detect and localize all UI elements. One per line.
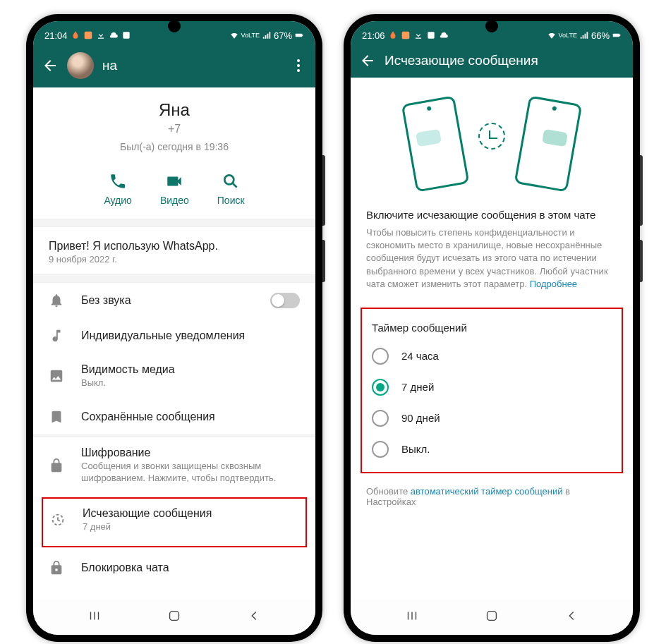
highlight-disappear: Исчезающие сообщения 7 дней xyxy=(42,497,307,547)
audio-label: Аудио xyxy=(104,195,132,206)
radio-off[interactable]: Выкл. xyxy=(362,434,622,465)
chat-header: на xyxy=(33,47,315,87)
learn-more-link[interactable]: Подробнее xyxy=(530,279,577,289)
media-sub: Выкл. xyxy=(81,377,300,389)
video-label: Видео xyxy=(160,195,189,206)
recent-apps-button[interactable] xyxy=(404,608,420,624)
profile-name: Яна xyxy=(47,100,301,120)
illustration xyxy=(351,78,633,202)
mute-label: Без звука xyxy=(81,294,253,307)
nav-bar xyxy=(351,600,633,635)
svg-point-4 xyxy=(297,59,300,62)
back-button[interactable] xyxy=(246,608,262,624)
side-button xyxy=(322,240,325,282)
chat-lock-label: Блокировка чата xyxy=(81,561,300,574)
music-note-icon xyxy=(49,328,64,344)
saved-label: Сохранённые сообщения xyxy=(81,411,300,423)
video-call-button[interactable]: Видео xyxy=(160,172,189,206)
disappear-sub: 7 дней xyxy=(83,521,298,533)
battery-icon xyxy=(612,30,622,40)
recent-apps-button[interactable] xyxy=(87,608,102,624)
fire-icon xyxy=(71,30,80,40)
back-arrow-icon[interactable] xyxy=(42,57,59,74)
phone-illust-right xyxy=(514,95,583,192)
divider xyxy=(33,274,315,283)
description-block: Включите исчезающие сообщения в этом чат… xyxy=(351,202,633,303)
custom-notif-item[interactable]: Индивидуальные уведомления xyxy=(33,318,315,353)
back-arrow-icon[interactable] xyxy=(359,52,376,69)
image-icon xyxy=(426,30,436,40)
radio-group-title: Таймер сообщений xyxy=(362,315,622,341)
battery-percent: 66% xyxy=(591,30,610,41)
more-icon[interactable] xyxy=(290,57,307,74)
saved-messages-item[interactable]: Сохранённые сообщения xyxy=(33,399,315,435)
lte-label: VoLTE xyxy=(559,32,577,39)
svg-rect-13 xyxy=(170,612,179,621)
camera-notch xyxy=(168,20,181,32)
radio-24h[interactable]: 24 часа xyxy=(362,341,622,372)
phone-frame-left: 21:04 VoLTE 67% на xyxy=(26,14,322,642)
download-icon xyxy=(413,30,423,40)
home-button[interactable] xyxy=(484,608,500,624)
encrypt-sub: Сообщения и звонки защищены сквозным шиф… xyxy=(81,461,300,485)
svg-rect-15 xyxy=(428,32,434,38)
footer-link[interactable]: автоматический таймер сообщений xyxy=(411,486,563,497)
contact-avatar[interactable] xyxy=(67,52,94,79)
encryption-item[interactable]: Шифрование Сообщения и звонки защищены с… xyxy=(33,437,315,494)
bell-icon xyxy=(49,293,64,308)
wifi-icon xyxy=(229,30,239,40)
radio-90d[interactable]: 90 дней xyxy=(362,403,622,434)
footer-pre: Обновите xyxy=(366,486,411,497)
search-button[interactable]: Поиск xyxy=(217,172,245,206)
timer-illust-icon xyxy=(478,123,505,150)
svg-rect-3 xyxy=(302,35,303,36)
media-label: Видимость медиа xyxy=(81,363,300,376)
search-label: Поиск xyxy=(217,195,245,206)
chat-lock-item[interactable]: Блокировка чата xyxy=(33,550,315,585)
battery-icon xyxy=(294,30,304,40)
radio-7d[interactable]: 7 дней xyxy=(362,372,622,403)
cloud-icon xyxy=(109,30,119,40)
back-button[interactable] xyxy=(564,608,579,624)
side-button xyxy=(640,240,643,282)
cloud-icon xyxy=(439,30,449,40)
svg-rect-2 xyxy=(296,34,302,37)
media-visibility-item[interactable]: Видимость медиа Выкл. xyxy=(33,353,315,399)
phone-icon xyxy=(109,172,127,190)
status-time: 21:04 xyxy=(44,30,68,41)
svg-line-8 xyxy=(233,183,236,187)
mute-item[interactable]: Без звука xyxy=(33,283,315,318)
svg-rect-21 xyxy=(488,612,497,621)
radio-circle-unchecked xyxy=(372,441,389,458)
nav-bar xyxy=(33,600,315,635)
image-icon xyxy=(49,368,64,384)
svg-rect-16 xyxy=(613,34,619,37)
side-button xyxy=(322,155,325,226)
svg-point-6 xyxy=(297,69,300,72)
audio-call-button[interactable]: Аудио xyxy=(104,172,132,206)
download-icon xyxy=(96,30,106,40)
header-name-partial[interactable]: на xyxy=(102,58,281,73)
video-icon xyxy=(165,172,183,190)
radio-circle-unchecked xyxy=(372,410,389,427)
mute-toggle[interactable] xyxy=(270,293,300,308)
phone-illust-left xyxy=(401,95,470,192)
app-icon xyxy=(83,30,93,40)
timer-icon xyxy=(50,512,66,528)
disappearing-item[interactable]: Исчезающие сообщения 7 дней xyxy=(49,506,300,539)
wifi-icon xyxy=(547,30,557,40)
page-header: Исчезающие сообщения xyxy=(351,47,633,78)
bookmark-icon xyxy=(49,409,64,425)
profile-header: Яна +7 Был(-а) сегодня в 19:36 xyxy=(33,87,315,162)
profile-last-seen: Был(-а) сегодня в 19:36 xyxy=(47,141,301,152)
signal-icon xyxy=(262,30,272,40)
svg-rect-1 xyxy=(123,32,129,38)
svg-rect-17 xyxy=(619,35,620,36)
radio-off-label: Выкл. xyxy=(401,443,430,455)
home-button[interactable] xyxy=(166,608,182,624)
profile-phone: +7 xyxy=(47,123,301,135)
svg-rect-0 xyxy=(84,32,92,40)
desc-text: Чтобы повысить степень конфиденциальност… xyxy=(366,226,617,291)
about-block[interactable]: Привет! Я использую WhatsApp. 9 ноября 2… xyxy=(33,227,315,274)
radio-24h-label: 24 часа xyxy=(401,350,439,362)
